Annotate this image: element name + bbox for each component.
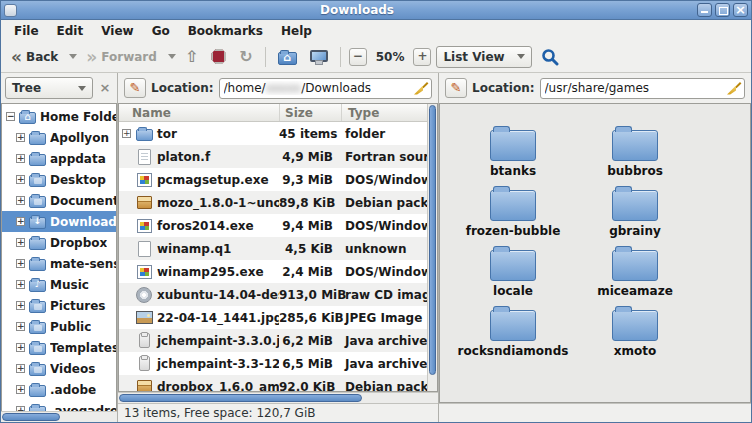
file-row[interactable]: dropbox_1.6.0_amd6... 92,0 KiB Debian pa… [119,375,437,391]
folder-item[interactable]: locale [452,238,574,298]
computer-button[interactable] [306,49,332,65]
view-mode-select[interactable]: List View [436,46,532,68]
file-list-vertical-scrollbar[interactable] [427,104,437,391]
left-location-input[interactable]: /home/xxxxx/Downloads [219,78,432,99]
edit-location-button[interactable]: ✎ [124,78,146,98]
file-row[interactable]: pcmagsetup.exe 9,3 MiB DOS/Windows ex [119,168,437,191]
sidebar-tree-item[interactable]: Downloads [2,211,116,232]
close-button[interactable] [733,3,748,17]
tree-expander-icon[interactable] [16,280,25,289]
folder-item[interactable]: bubbros [574,118,696,178]
file-row[interactable]: mozo_1.8.0-1~unoffi... 89,8 KiB Debian p… [119,191,437,214]
tree-item-label: Desktop [50,173,106,187]
tree-expander-icon[interactable] [16,385,25,394]
sidebar-tree-item[interactable]: Apollyon [2,127,116,148]
menu-item[interactable]: Help [272,22,321,40]
column-header-name[interactable]: Name [119,104,279,121]
right-location-input[interactable]: /usr/share/games [540,78,745,99]
file-row[interactable]: jchempaint-3.3-1210... 6,5 MiB Java arch… [119,352,437,375]
menu-item[interactable]: Go [143,22,179,40]
tree-expander-icon[interactable] [16,343,25,352]
folder-item[interactable]: rocksndiamonds [452,298,574,358]
file-row[interactable]: 22-04-14_1441.jpg 285,6 KiB JPEG Image [119,306,437,329]
back-history-chevron-icon[interactable] [69,54,77,59]
menu-item[interactable]: View [92,22,142,40]
edit-location-button[interactable]: ✎ [445,78,467,98]
folder-item[interactable]: btanks [452,118,574,178]
scrollbar-thumb[interactable] [119,394,362,402]
file-row[interactable]: xubuntu-14.04-deskt... 913,0 MiB raw CD … [119,283,437,306]
sidebar-horizontal-scrollbar[interactable] [1,411,117,422]
file-row[interactable]: jchempaint-3.3.0.jar 6,2 MiB Java archiv… [119,329,437,352]
tree-mode-value: Tree [12,81,41,95]
up-button[interactable]: ⇧ [181,46,202,68]
tree-mode-select[interactable]: Tree [5,77,93,99]
deb-package-icon [137,380,152,391]
close-sidebar-button[interactable]: × [97,80,113,96]
sidebar-tree-item[interactable]: Pictures [2,295,116,316]
column-header-size[interactable]: Size [279,104,341,121]
file-row[interactable]: winamp.q1 4,5 KiB unknown [119,237,437,260]
sidebar-tree-item[interactable]: .adobe [2,379,116,400]
menu-item[interactable]: Edit [48,22,93,40]
menu-item[interactable]: Bookmarks [179,22,272,40]
sidebar-tree-item[interactable]: Music [2,274,116,295]
sidebar-tree-item[interactable]: Dropbox [2,232,116,253]
menu-item[interactable]: File [5,22,48,40]
refresh-button[interactable]: ↻ [235,47,256,67]
folder-item[interactable]: frozen-bubble [452,178,574,238]
clear-location-broom-icon[interactable] [727,82,740,95]
stop-button[interactable] [207,46,230,67]
clear-location-broom-icon[interactable] [414,82,427,95]
sidebar-tree-item[interactable]: Home Folder [2,106,116,127]
folder-item[interactable]: miceamaze [574,238,696,298]
sidebar-tree-item[interactable]: Documents [2,190,116,211]
tree-item-label: Templates [50,341,116,355]
row-expander-icon[interactable] [122,129,131,138]
tree-expander-icon[interactable] [16,133,25,142]
file-row[interactable]: foros2014.exe 9,4 MiB DOS/Windows ex [119,214,437,237]
scrollbar-thumb[interactable] [429,105,436,375]
tree-expander-icon[interactable] [16,196,25,205]
title-bar[interactable]: Downloads [1,1,751,20]
menu-bar: File Edit View Go Bookmarks Help [1,20,751,41]
home-folder-icon [19,112,36,124]
home-button[interactable] [274,46,301,68]
tree-expander-icon[interactable] [6,112,15,121]
folder-icon-view: btanks bubbros frozen-bubble gbr [439,103,751,403]
minimize-button[interactable] [697,3,712,17]
file-row[interactable]: winamp295.exe 2,4 MiB DOS/Windows ex [119,260,437,283]
folder-icon [490,250,536,281]
file-row[interactable]: platon.f 4,9 MiB Fortran source co [119,145,437,168]
tree-expander-icon[interactable] [16,301,25,310]
sidebar-tree-item[interactable]: appdata [2,148,116,169]
zoom-in-button[interactable]: + [413,48,431,66]
tree-expander-icon[interactable] [16,364,25,373]
tree-expander-icon[interactable] [16,259,25,268]
sidebar-tree-item[interactable]: Videos [2,358,116,379]
scrollbar-thumb[interactable] [2,413,60,421]
sidebar-tree-item[interactable]: Public [2,316,116,337]
sidebar-tree-item[interactable]: .avogadro [2,400,116,411]
back-button[interactable]: « Back [7,47,62,67]
folder-item[interactable]: gbrainy [574,178,696,238]
folder-item[interactable]: xmoto [574,298,696,358]
column-header-type[interactable]: Type [341,104,437,121]
tree-expander-icon[interactable] [16,322,25,331]
forward-button[interactable]: » Forward [82,47,161,67]
file-row[interactable]: tor 45 items folder [119,122,437,145]
file-list-horizontal-scrollbar[interactable] [118,392,438,403]
file-type: DOS/Windows ex [339,173,437,187]
maximize-button[interactable] [715,3,730,17]
tree-expander-icon[interactable] [16,154,25,163]
tree-expander-icon[interactable] [16,217,25,226]
forward-history-chevron-icon[interactable] [168,54,176,59]
search-button[interactable] [537,45,563,69]
tree-expander-icon[interactable] [16,175,25,184]
sidebar-tree-item[interactable]: Templates [2,337,116,358]
tree-expander-icon[interactable] [16,238,25,247]
sidebar-tree-item[interactable]: Desktop [2,169,116,190]
path-masked-username: xxxxx [266,81,302,95]
sidebar-tree-item[interactable]: mate-sensors- [2,253,116,274]
zoom-out-button[interactable]: − [349,48,367,66]
